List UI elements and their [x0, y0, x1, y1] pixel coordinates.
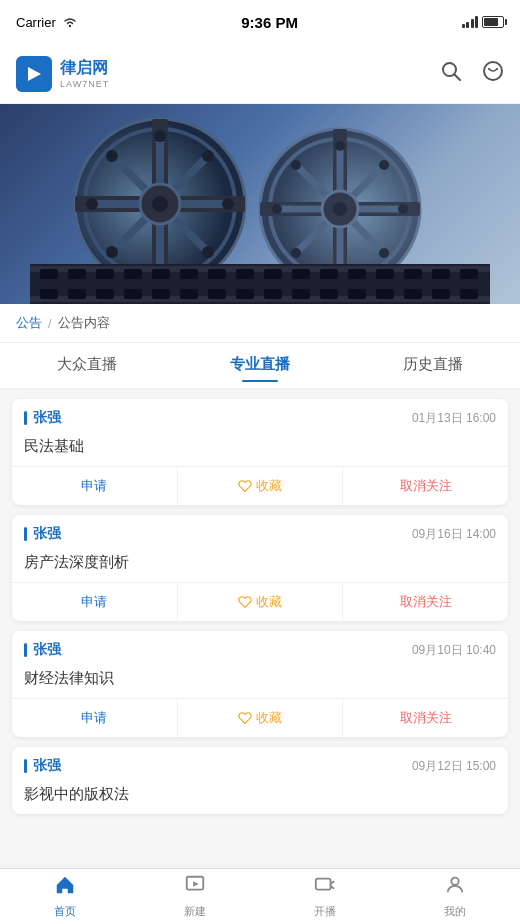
battery-icon: [482, 16, 504, 28]
svg-point-34: [333, 202, 347, 216]
nav-mine-label: 我的: [444, 904, 466, 919]
status-left: Carrier: [16, 15, 78, 30]
svg-point-35: [335, 141, 345, 151]
svg-rect-49: [124, 269, 142, 279]
card-1-title: 民法基础: [12, 433, 508, 466]
card-3-title: 财经法律知识: [12, 665, 508, 698]
nav-new-label: 新建: [184, 904, 206, 919]
logo-area: 律启网 LAW7NET: [16, 56, 109, 92]
svg-point-40: [379, 160, 389, 170]
svg-rect-68: [208, 289, 226, 299]
home-icon: [54, 874, 76, 902]
svg-point-23: [106, 246, 118, 258]
nav-new[interactable]: 新建: [184, 874, 206, 919]
svg-rect-69: [236, 289, 254, 299]
card-2-actions: 申请 收藏 取消关注: [12, 582, 508, 621]
card-3-collect-button[interactable]: 收藏: [178, 699, 344, 737]
svg-rect-61: [460, 269, 478, 279]
svg-rect-65: [124, 289, 142, 299]
svg-rect-46: [40, 269, 58, 279]
logo-play-icon: [24, 64, 44, 84]
card-1-apply-button[interactable]: 申请: [12, 467, 178, 505]
svg-rect-58: [376, 269, 394, 279]
card-2-title: 房产法深度剖析: [12, 549, 508, 582]
svg-rect-47: [68, 269, 86, 279]
status-bar: Carrier 9:36 PM: [0, 0, 520, 44]
svg-point-38: [398, 204, 408, 214]
card-1-unfollow-button[interactable]: 取消关注: [343, 467, 508, 505]
breadcrumb-parent[interactable]: 公告: [16, 314, 42, 332]
svg-rect-55: [292, 269, 310, 279]
card-3-unfollow-button[interactable]: 取消关注: [343, 699, 508, 737]
svg-rect-67: [180, 289, 198, 299]
svg-rect-60: [432, 269, 450, 279]
card-2: 张强 09月16日 14:00 房产法深度剖析 申请 收藏 取消关注: [12, 515, 508, 621]
breadcrumb-separator: /: [48, 316, 52, 331]
svg-rect-76: [432, 289, 450, 299]
nav-home-label: 首页: [54, 904, 76, 919]
card-1-time: 01月13日 16:00: [412, 410, 496, 427]
content-area: 张强 01月13日 16:00 民法基础 申请 收藏 取消关注 张强 09月16…: [0, 389, 520, 855]
card-3-header: 张强 09月10日 10:40: [12, 631, 508, 665]
carrier-label: Carrier: [16, 15, 56, 30]
nav-mine[interactable]: 我的: [444, 874, 466, 919]
header-icons: [440, 60, 504, 88]
card-4-author: 张强: [24, 757, 61, 775]
nav-home[interactable]: 首页: [54, 874, 76, 919]
svg-rect-74: [376, 289, 394, 299]
card-1-actions: 申请 收藏 取消关注: [12, 466, 508, 505]
logo-name: 律启网: [60, 58, 109, 79]
nav-live[interactable]: 开播: [314, 874, 336, 919]
card-2-unfollow-button[interactable]: 取消关注: [343, 583, 508, 621]
svg-line-3: [455, 74, 461, 80]
logo-icon: [16, 56, 52, 92]
svg-rect-62: [40, 289, 58, 299]
card-2-header: 张强 09月16日 14:00: [12, 515, 508, 549]
card-2-collect-button[interactable]: 收藏: [178, 583, 344, 621]
heart-icon: [238, 479, 252, 493]
svg-rect-56: [320, 269, 338, 279]
card-1: 张强 01月13日 16:00 民法基础 申请 收藏 取消关注: [12, 399, 508, 505]
card-3-apply-button[interactable]: 申请: [12, 699, 178, 737]
logo-sub: LAW7NET: [60, 79, 109, 89]
mine-icon: [444, 874, 466, 902]
svg-rect-51: [180, 269, 198, 279]
logo-text: 律启网 LAW7NET: [60, 58, 109, 89]
tabs-bar: 大众直播 专业直播 历史直播: [0, 343, 520, 389]
tab-professional[interactable]: 专业直播: [230, 355, 290, 378]
message-icon[interactable]: [482, 60, 504, 88]
heart-icon-2: [238, 595, 252, 609]
svg-point-6: [496, 68, 498, 70]
svg-rect-52: [208, 269, 226, 279]
hero-image: [0, 104, 520, 304]
svg-rect-57: [348, 269, 366, 279]
card-1-author-bar: [24, 411, 27, 425]
svg-rect-70: [264, 289, 282, 299]
svg-rect-64: [96, 289, 114, 299]
signal-icon: [462, 16, 479, 28]
card-1-collect-button[interactable]: 收藏: [178, 467, 344, 505]
svg-point-21: [106, 150, 118, 162]
tab-history[interactable]: 历史直播: [403, 355, 463, 378]
card-4: 张强 09月12日 15:00 影视中的版权法: [12, 747, 508, 814]
nav-live-label: 开播: [314, 904, 336, 919]
hero-section: [0, 104, 520, 304]
svg-rect-48: [96, 269, 114, 279]
search-icon[interactable]: [440, 60, 462, 88]
tab-public[interactable]: 大众直播: [57, 355, 117, 378]
card-2-apply-button[interactable]: 申请: [12, 583, 178, 621]
svg-rect-72: [320, 289, 338, 299]
card-2-author: 张强: [24, 525, 61, 543]
svg-point-22: [202, 150, 214, 162]
bottom-nav: 首页 新建 开播 我的: [0, 868, 520, 924]
card-2-author-bar: [24, 527, 27, 541]
svg-point-39: [291, 160, 301, 170]
card-4-time: 09月12日 15:00: [412, 758, 496, 775]
card-3: 张强 09月10日 10:40 财经法律知识 申请 收藏 取消关注: [12, 631, 508, 737]
svg-rect-66: [152, 289, 170, 299]
svg-rect-80: [316, 879, 331, 890]
svg-rect-71: [292, 289, 310, 299]
svg-point-37: [272, 204, 282, 214]
svg-rect-77: [460, 289, 478, 299]
card-4-author-bar: [24, 759, 27, 773]
